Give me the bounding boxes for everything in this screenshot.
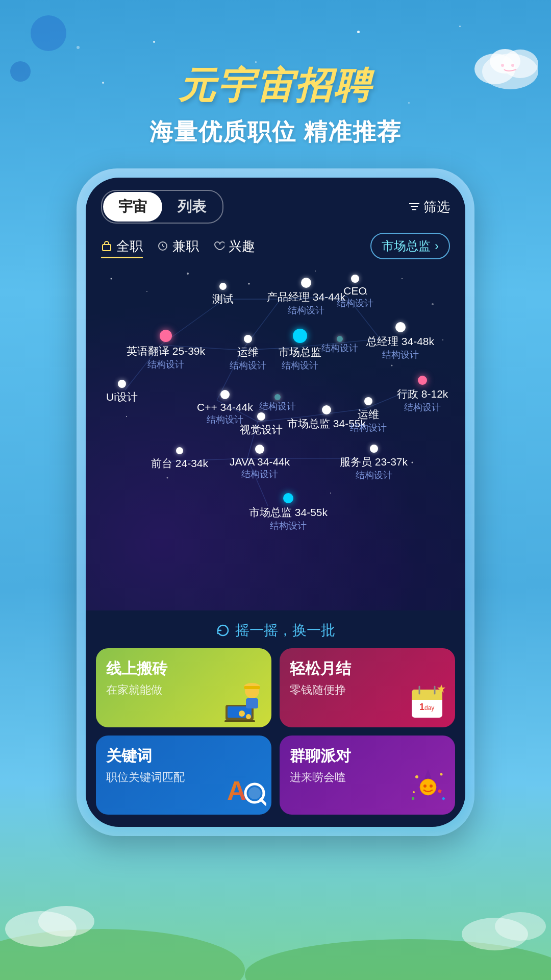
job-node-19[interactable]: 市场总监 34-55k 结构设计	[249, 493, 328, 532]
job-node-14[interactable]: 运维 结构设计	[350, 397, 387, 434]
svg-point-81	[5, 911, 77, 947]
bag-icon	[101, 240, 112, 252]
category-parttime-label: 兼职	[172, 237, 199, 255]
card-keyword-title: 关键词	[106, 746, 261, 767]
tab-universe[interactable]: 宇宙	[103, 192, 162, 222]
svg-text:day: day	[424, 704, 434, 712]
card-online-work[interactable]: 线上搬砖 在家就能做	[96, 648, 271, 727]
svg-point-84	[495, 912, 546, 941]
keyword-search-icon: A	[223, 767, 266, 810]
category-bar: 全职 兼职	[86, 229, 465, 263]
job-node-17[interactable]: JAVA 34-44k 结构设计	[230, 445, 290, 480]
svg-point-70	[420, 779, 436, 795]
job-node-1[interactable]: 测试	[212, 283, 234, 306]
category-fulltime-label: 全职	[116, 237, 143, 255]
job-node-4[interactable]: 英语翻译 25-39k 结构设计	[127, 330, 205, 371]
market-tag-label: 市场总监	[382, 238, 431, 254]
category-interest-label: 兴趣	[229, 237, 255, 255]
tab-group[interactable]: 宇宙 列表	[101, 190, 223, 224]
svg-line-67	[261, 799, 266, 804]
svg-point-80	[245, 939, 551, 980]
category-interest[interactable]: 兴趣	[213, 237, 255, 255]
card-keyword[interactable]: 关键词 职位关键词匹配 A	[96, 736, 271, 815]
svg-point-79	[0, 929, 245, 980]
job-node-15[interactable]: 行政 8-12k 结构设计	[397, 376, 448, 413]
svg-point-82	[38, 906, 94, 937]
svg-point-71	[423, 785, 427, 788]
card-group-chat[interactable]: 群聊派对 进来唠会嗑	[280, 736, 455, 815]
refresh-icon	[216, 623, 230, 638]
calendar-icon: 1 day	[407, 679, 450, 723]
shake-label: 摇一摇，换一批	[235, 621, 335, 640]
emoji-party-icon	[407, 767, 450, 810]
card-online-work-title: 线上搬砖	[106, 658, 261, 679]
card-group-chat-title: 群聊派对	[290, 746, 445, 767]
main-title: 元宇宙招聘	[0, 61, 551, 110]
svg-rect-9	[103, 244, 111, 251]
filter-button[interactable]: 筛选	[408, 198, 450, 216]
universe-map[interactable]: 测试 产品经理 34-44k 结构设计 CEO 结构设计	[86, 263, 465, 610]
job-node-8[interactable]: 总经理 34-48k 结构设计	[366, 322, 434, 361]
bottom-cards: 线上搬砖 在家就能做	[86, 648, 465, 827]
market-tag[interactable]: 市场总监 ›	[370, 233, 450, 259]
svg-text:1: 1	[419, 702, 424, 712]
worker-icon	[220, 677, 266, 723]
job-node-7[interactable]: 结构设计	[321, 336, 358, 354]
svg-point-75	[413, 791, 415, 793]
svg-rect-50	[224, 720, 255, 722]
svg-rect-59	[412, 695, 442, 700]
market-tag-arrow: ›	[435, 239, 439, 253]
job-node-16[interactable]: 前台 24-34k	[151, 447, 208, 471]
tab-list[interactable]: 列表	[162, 192, 221, 222]
svg-point-74	[440, 773, 443, 776]
category-fulltime[interactable]: 全职	[101, 237, 143, 255]
sub-title: 海量优质职位 精准推荐	[0, 116, 551, 148]
clock-icon	[157, 240, 168, 252]
job-node-2[interactable]: 产品经理 34-44k 结构设计	[267, 278, 345, 316]
job-node-3[interactable]: CEO 结构设计	[337, 275, 373, 309]
phone-mockup: 宇宙 列表 筛选	[77, 168, 474, 836]
svg-rect-77	[412, 797, 415, 800]
job-node-12[interactable]: 视觉设计	[240, 412, 283, 437]
svg-rect-53	[244, 686, 260, 689]
heart-icon	[213, 240, 224, 252]
svg-point-56	[246, 714, 251, 719]
svg-rect-78	[442, 797, 445, 800]
job-node-9[interactable]: Ui设计	[106, 380, 138, 404]
svg-point-83	[462, 918, 528, 950]
job-node-6[interactable]: 市场总监 结构设计	[279, 329, 321, 372]
svg-rect-54	[246, 698, 258, 708]
job-node-18[interactable]: 服务员 23-37k 结构设计	[340, 445, 408, 481]
svg-point-73	[415, 775, 418, 778]
category-parttime[interactable]: 兼职	[157, 237, 199, 255]
tab-bar: 宇宙 列表 筛选	[86, 178, 465, 229]
filter-label: 筛选	[423, 198, 450, 216]
svg-line-12	[163, 246, 164, 247]
job-node-5[interactable]: 运维 结构设计	[230, 335, 266, 372]
card-monthly-pay-title: 轻松月结	[290, 658, 445, 679]
svg-point-68	[248, 787, 261, 799]
svg-point-55	[239, 710, 245, 717]
card-monthly-pay[interactable]: 轻松月结 零钱随便挣 1 day	[280, 648, 455, 727]
filter-icon	[408, 202, 420, 212]
svg-rect-76	[438, 789, 442, 793]
svg-point-72	[430, 785, 433, 788]
svg-text:A: A	[227, 776, 246, 805]
shake-button[interactable]: 摇一摇，换一批	[86, 610, 465, 648]
